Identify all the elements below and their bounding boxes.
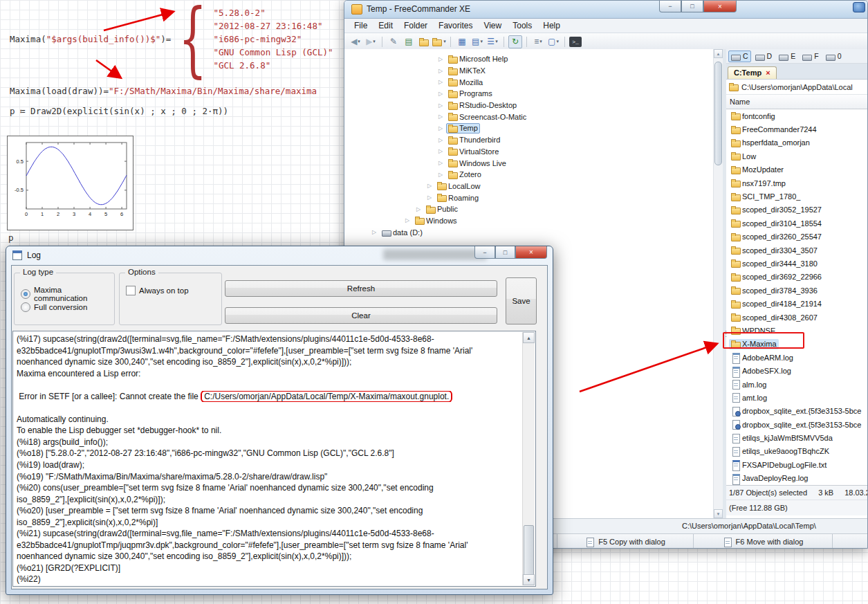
hsperfdata_omorjan[interactable]: hsperfdata_omorjan (726, 136, 867, 149)
drive-button[interactable]: D (752, 51, 775, 62)
tree-item[interactable]: ▷ Zotero (344, 169, 713, 181)
tree-item[interactable]: ▷ LocalLow (344, 181, 713, 192)
drive-button[interactable]: C (728, 51, 751, 62)
sine-plot[interactable]: 01234560.5-0.5 (7, 136, 133, 230)
drive-button[interactable]: 0 (823, 51, 844, 62)
scroll-up-icon[interactable]: ▲ (523, 332, 535, 343)
close-button[interactable]: × (703, 1, 737, 12)
expand-arrow-icon[interactable]: ▷ (427, 194, 435, 201)
tree-item[interactable]: ▷ Public (344, 203, 713, 215)
tree-item[interactable]: ▷ Thunderbird (344, 134, 713, 146)
expand-arrow-icon[interactable]: ▷ (416, 206, 424, 212)
menu-item[interactable]: Favorites (433, 19, 478, 32)
AdobeARM.log[interactable]: AdobeARM.log (726, 351, 867, 364)
scroll-thumb[interactable] (524, 525, 534, 576)
quick-view-icon[interactable]: ▢▾ (546, 35, 560, 48)
drive-button[interactable]: E (776, 51, 798, 62)
refresh-icon[interactable]: ↻▾ (508, 35, 522, 48)
back-icon[interactable]: ◀▾ (349, 35, 362, 48)
log-scrollbar[interactable]: ▲ ▼ (522, 332, 535, 585)
tab-close-icon[interactable]: × (766, 68, 770, 77)
scoped_dir3692_22966[interactable]: scoped_dir3692_22966 (726, 271, 867, 284)
list-view-icon[interactable]: ☰▾ (486, 35, 499, 48)
checkbox-always-on-top[interactable]: Always on top (126, 286, 189, 295)
tree-item[interactable]: ▷ Windows Live (344, 157, 713, 169)
scoped_dir4308_2607[interactable]: scoped_dir4308_2607 (726, 311, 867, 324)
scoped_dir3784_3936[interactable]: scoped_dir3784_3936 (726, 284, 867, 297)
menu-item[interactable]: Edit (373, 19, 398, 32)
scoped_dir3304_3507[interactable]: scoped_dir3304_3507 (726, 244, 867, 257)
WPDNSE[interactable]: WPDNSE (726, 324, 867, 337)
panel-splitter[interactable] (723, 49, 726, 518)
radio-icon[interactable] (21, 289, 30, 299)
radio-icon[interactable] (21, 302, 30, 312)
AdobeSFX.log[interactable]: AdobeSFX.log (726, 364, 867, 377)
expand-arrow-icon[interactable]: ▷ (405, 217, 413, 223)
function-key-button[interactable]: F6 Move with dialog (694, 534, 833, 549)
path-bar[interactable]: C:\Users\omorjan\AppData\Local (726, 80, 867, 95)
dropbox_sqlite_ext.{5f3e3153-5bce[interactable]: dropbox_sqlite_ext.{5f3e3153-5bce (726, 418, 867, 431)
function-key-button[interactable]: F5 Copy with dialog (557, 534, 694, 549)
copy-icon[interactable]: ▤▾ (402, 35, 416, 48)
expand-arrow-icon[interactable]: ▷ (438, 68, 446, 74)
menu-item[interactable]: Help (537, 19, 566, 32)
column-header-name[interactable]: Name (726, 95, 867, 109)
alm.log[interactable]: alm.log (726, 378, 867, 391)
minimize-button[interactable]: − (474, 246, 495, 259)
fontconfig[interactable]: fontconfig (726, 109, 867, 122)
radio-full-conversion[interactable]: Full conversion (21, 302, 87, 312)
dropbox_sqlite_ext.{5f3e3153-5bce[interactable]: dropbox_sqlite_ext.{5f3e3153-5bce (726, 405, 867, 418)
toolbar-icon[interactable]: ▾ (450, 37, 451, 47)
expand-arrow-icon[interactable]: ▷ (438, 91, 446, 97)
titlebar[interactable]: Temp - FreeCommander XE − □ × (344, 1, 867, 19)
FreeCommander7244[interactable]: FreeCommander7244 (726, 122, 867, 136)
tree-item[interactable]: ▷ MiKTeX (344, 65, 713, 77)
expand-arrow-icon[interactable]: ▷ (438, 56, 446, 62)
tree-item[interactable]: ▷ Programs (344, 88, 713, 100)
tree-item[interactable]: ▷ Microsoft Help (344, 53, 713, 65)
JavaDeployReg.log[interactable]: JavaDeployReg.log (726, 472, 867, 485)
expand-arrow-icon[interactable]: ▷ (438, 113, 446, 120)
close-button[interactable]: × (515, 246, 547, 259)
toolbar-icon[interactable]: ▾ (504, 37, 504, 47)
scroll-thumb[interactable] (714, 62, 722, 165)
tree-item[interactable]: ▷ data (D:) (344, 226, 713, 238)
SCI_TMP_1780_[interactable]: SCI_TMP_1780_ (726, 190, 867, 203)
expand-arrow-icon[interactable]: ▷ (438, 79, 446, 85)
expand-arrow-icon[interactable]: ▷ (438, 160, 446, 166)
scoped_dir3052_19527[interactable]: scoped_dir3052_19527 (726, 203, 867, 217)
expand-arrow-icon[interactable]: ▷ (427, 183, 435, 189)
etilqs_kjJaWmBfSMVV5da[interactable]: etilqs_kjJaWmBfSMVV5da (726, 431, 867, 444)
toolbar-icon[interactable]: ▾ (382, 37, 382, 47)
new-folder-icon[interactable]: ▾ (417, 35, 431, 48)
expand-arrow-icon[interactable]: ▷ (372, 229, 380, 235)
amt.log[interactable]: amt.log (726, 391, 867, 404)
toolbar-icon[interactable]: ▾ (564, 37, 565, 47)
menu-item[interactable]: View (478, 19, 507, 32)
save-button[interactable]: Save (506, 277, 537, 324)
tree-item[interactable]: ▷ Screencast-O-Matic (344, 111, 713, 122)
scroll-down-icon[interactable]: ▼ (523, 574, 535, 585)
log-output-textarea[interactable]: (%i17) supcase(string(draw2d([terminal=s… (12, 331, 536, 587)
maximize-button[interactable]: □ (681, 1, 703, 12)
expand-arrow-icon[interactable]: ▷ (438, 148, 446, 154)
X-Maxima[interactable]: X-Maxima (726, 338, 867, 351)
MozUpdater[interactable]: MozUpdater (726, 163, 867, 176)
minimize-button[interactable]: − (659, 1, 681, 12)
draw2d-expression[interactable]: p ≔ Draw2D(explicit(sin(x) ; x ; 0 ; 2·π… (10, 106, 228, 116)
checkbox-icon[interactable] (126, 286, 136, 295)
menu-item[interactable]: Folder (398, 19, 433, 32)
scoped_dir3444_3180[interactable]: scoped_dir3444_3180 (726, 257, 867, 270)
forward-icon[interactable]: ▶▾ (364, 35, 378, 48)
log-titlebar[interactable]: Log − □ × (6, 246, 553, 265)
scoped_dir3104_18554[interactable]: scoped_dir3104_18554 (726, 217, 867, 230)
tree-item[interactable]: ▷ Windows (344, 215, 713, 227)
clear-button[interactable]: Clear (225, 307, 497, 324)
refresh-button[interactable]: Refresh (225, 280, 497, 297)
expand-arrow-icon[interactable]: ▷ (438, 172, 446, 178)
scoped_dir3260_25547[interactable]: scoped_dir3260_25547 (726, 230, 867, 244)
maximize-button[interactable]: □ (495, 246, 515, 259)
maxima-build-info-expression[interactable]: Maxima("$args(build_info())$")= { "5.28.… (10, 4, 333, 73)
menu-item[interactable]: Tools (507, 19, 537, 32)
Low[interactable]: Low (726, 149, 867, 163)
